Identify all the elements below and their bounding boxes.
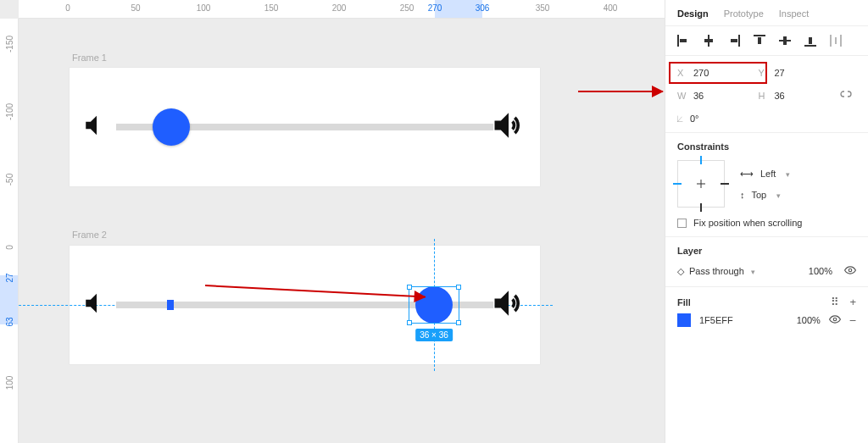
link-wh-icon[interactable] <box>839 88 856 103</box>
visibility-icon[interactable] <box>844 264 856 278</box>
distribute-icon <box>830 35 842 47</box>
svg-rect-9 <box>783 36 787 45</box>
y-field[interactable]: Y27 <box>759 68 840 78</box>
annotation-arrow <box>578 91 663 92</box>
align-right-icon[interactable] <box>728 35 740 47</box>
svg-point-16 <box>833 318 837 321</box>
tab-design[interactable]: Design <box>677 8 709 19</box>
fill-hex-field[interactable]: 1F5EFF <box>699 315 733 325</box>
align-left-icon[interactable] <box>677 35 689 47</box>
selection-size-badge: 36 × 36 <box>415 329 453 341</box>
volume-mute-icon <box>82 289 111 321</box>
svg-rect-10 <box>804 45 816 47</box>
frame1-label[interactable]: Frame 1 <box>72 53 107 63</box>
align-hcenter-icon[interactable] <box>703 35 715 47</box>
fill-opacity-field[interactable]: 100% <box>797 315 821 325</box>
fill-section: Fill ⠿ + 1F5EFF 100% − <box>665 287 868 335</box>
panel-tabs: Design Prototype Inspect <box>665 0 868 26</box>
fix-position-checkbox[interactable]: Fix position when scrolling <box>677 218 856 228</box>
w-field[interactable]: W36 <box>677 91 759 101</box>
remove-fill-icon[interactable]: − <box>849 313 856 327</box>
inspector-panel: Design Prototype Inspect X270 Y27 <box>665 0 868 443</box>
svg-rect-11 <box>809 37 812 44</box>
tab-prototype[interactable]: Prototype <box>724 8 764 19</box>
svg-rect-5 <box>731 39 737 42</box>
frame-1[interactable] <box>70 68 540 186</box>
volume-up-icon <box>490 285 527 325</box>
constraint-h-dropdown[interactable]: ⟷Left <box>740 169 790 180</box>
fill-visibility-icon[interactable] <box>829 313 841 327</box>
svg-rect-3 <box>704 39 713 42</box>
layer-opacity-field[interactable]: 100% <box>809 266 832 276</box>
volume-mute-icon <box>82 111 111 143</box>
style-icon[interactable]: ⠿ <box>831 296 839 308</box>
blend-mode-dropdown[interactable]: ◇ Pass through <box>677 266 755 277</box>
constraints-section: Constraints ⟷Left ↕Top Fix position when… <box>665 133 868 237</box>
h-field[interactable]: H36 <box>759 91 840 101</box>
frame2-label[interactable]: Frame 2 <box>72 230 107 240</box>
align-vcenter-icon[interactable] <box>779 35 791 47</box>
x-field[interactable]: X270 <box>669 62 767 84</box>
svg-rect-12 <box>830 35 832 47</box>
canvas-viewport[interactable]: Frame 1 Frame 2 <box>19 19 665 443</box>
svg-point-15 <box>849 269 852 272</box>
svg-rect-6 <box>754 35 765 36</box>
frame-2[interactable]: 36 × 36 <box>70 246 540 364</box>
layer-section: Layer ◇ Pass through 100% <box>665 237 868 287</box>
svg-rect-4 <box>738 35 740 47</box>
blend-icon: ◇ <box>677 266 684 277</box>
svg-rect-1 <box>680 39 687 42</box>
transform-section: X270 Y27 W36 H36 ⟀0° <box>665 56 868 133</box>
slider-knob[interactable] <box>153 108 190 146</box>
ruler-top: 0 50 100 150 200 250 270 306 350 400 450 <box>19 0 665 19</box>
align-top-icon[interactable] <box>754 35 765 47</box>
constraint-v-dropdown[interactable]: ↕Top <box>740 190 790 200</box>
fill-swatch[interactable] <box>677 313 691 327</box>
add-fill-icon[interactable]: + <box>849 296 856 308</box>
align-bottom-icon[interactable] <box>804 35 816 47</box>
svg-rect-0 <box>677 35 679 47</box>
align-section <box>665 26 868 56</box>
svg-rect-7 <box>758 37 761 44</box>
constraint-widget[interactable] <box>677 160 725 208</box>
track-marker <box>167 300 174 310</box>
svg-rect-13 <box>840 35 842 47</box>
rotation-field[interactable]: ⟀0° <box>677 114 759 124</box>
tab-inspect[interactable]: Inspect <box>779 8 809 19</box>
svg-rect-14 <box>835 37 837 44</box>
ruler-left: -150 -100 -50 0 27 63 100 150 <box>0 19 19 443</box>
volume-up-icon <box>490 107 527 147</box>
annotation-arrow <box>205 285 426 298</box>
canvas-area[interactable]: 0 50 100 150 200 250 270 306 350 400 450… <box>0 0 665 443</box>
